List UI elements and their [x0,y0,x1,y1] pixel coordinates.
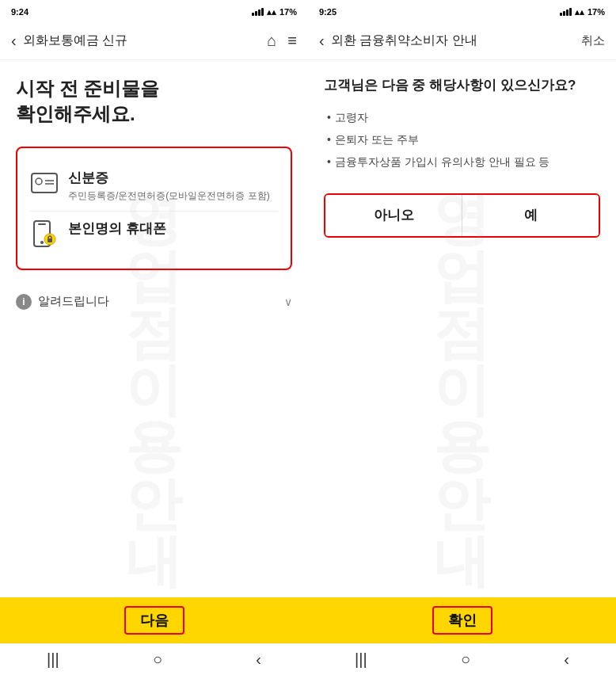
home-btn-left[interactable]: ○ [137,646,178,673]
back-btn-right[interactable]: ‹ [548,646,585,673]
check-item-2: 은퇴자 또는 주부 [327,133,600,147]
status-bar-left: 9:24 ▴▴ 17% [0,0,308,22]
menu-icon-left[interactable]: ≡ [287,32,297,50]
status-bar-right: 9:25 ▴▴ 17% [308,0,616,22]
left-phone: 9:24 ▴▴ 17% ‹ 외화보통예금 신규 ⌂ ≡ 시작 전 준비물을 확인… [0,0,308,675]
svg-rect-6 [38,223,46,225]
answer-row: 아니오 예 [324,193,600,238]
battery-left: 17% [279,7,297,17]
nav-header-right: ‹ 외환 금융취약소비자 안내 취소 [308,22,616,60]
answer-no-btn[interactable]: 아니오 [325,195,462,236]
items-box: 신분증 주민등록증/운전면허증(모바일운전면허증 포함) [16,147,292,270]
check-item-1: 고령자 [327,111,600,125]
id-card-text: 신분증 주민등록증/운전면허증(모바일운전면허증 포함) [68,169,270,203]
phone-icon [30,219,59,248]
time-right: 9:25 [319,7,337,17]
id-card-label: 신분증 [68,169,270,187]
main-title: 시작 전 준비물을 확인해주세요. [16,76,292,128]
nav-bar-left: ||| ○ ‹ [0,643,308,675]
nav-title-right: 외환 금융취약소비자 안내 [331,32,581,49]
back-button-right[interactable]: ‹ [319,32,325,50]
id-card-item: 신분증 주민등록증/운전면허증(모바일운전면허증 포함) [30,161,278,212]
screen-content-left: 시작 전 준비물을 확인해주세요. 신분증 주민등록증/운전면허증(모바일운전면… [0,60,308,597]
back-button-left[interactable]: ‹ [11,32,17,50]
time-left: 9:24 [11,7,29,17]
id-card-icon [30,169,59,197]
back-btn-left[interactable]: ‹ [240,646,277,673]
right-phone: 9:25 ▴▴ 17% ‹ 외환 금융취약소비자 안내 취소 고객님은 다음 중… [308,0,616,675]
cancel-button[interactable]: 취소 [581,33,605,48]
bottom-btn-right[interactable]: 확인 [308,597,616,643]
notice-chevron: ∨ [284,296,292,308]
notice-icon: i [16,294,32,310]
battery-right: 17% [587,7,605,17]
question-title: 고객님은 다음 중 해당사항이 있으신가요? [324,76,600,95]
phone-item: 본인명의 휴대폰 [30,212,278,256]
signal-icon-right [560,8,572,16]
bottom-btn-inner-left: 다음 [124,606,184,635]
svg-rect-8 [48,238,52,242]
wifi-icon-left: ▴▴ [267,7,276,17]
nav-title-left: 외화보통예금 신규 [23,32,268,49]
home-btn-right[interactable]: ○ [445,646,486,673]
answer-yes-btn[interactable]: 예 [462,195,599,236]
check-item-3: 금융투자상품 가입시 유의사항 안내 필요 등 [327,155,600,170]
phone-label: 본인명의 휴대폰 [68,219,166,238]
answer-no-label: 아니오 [374,206,414,224]
bottom-btn-label-right: 확인 [448,612,477,628]
svg-point-5 [40,241,44,244]
svg-point-1 [36,178,42,185]
bottom-btn-inner-right: 확인 [432,606,492,635]
check-list: 고령자 은퇴자 또는 주부 금융투자상품 가입시 유의사항 안내 필요 등 [324,111,600,170]
answer-yes-label: 예 [524,206,538,224]
nav-bar-right: ||| ○ ‹ [308,643,616,675]
notice-label: 알려드립니다 [38,294,278,309]
nav-header-left: ‹ 외화보통예금 신규 ⌂ ≡ [0,22,308,60]
recent-apps-btn-left[interactable]: ||| [31,646,75,673]
notice-row[interactable]: i 알려드립니다 ∨ [16,286,292,318]
wifi-icon-right: ▴▴ [575,7,584,17]
screen-content-right: 고객님은 다음 중 해당사항이 있으신가요? 고령자 은퇴자 또는 주부 금융투… [308,60,616,597]
status-right-right: ▴▴ 17% [560,7,605,17]
phone-text: 본인명의 휴대폰 [68,219,166,240]
home-icon-left[interactable]: ⌂ [267,32,276,50]
status-right-left: ▴▴ 17% [252,7,297,17]
bottom-btn-label-left: 다음 [140,612,169,628]
bottom-btn-left[interactable]: 다음 [0,597,308,643]
recent-apps-btn-right[interactable]: ||| [339,646,383,673]
signal-icon-left [252,8,264,16]
nav-icons-left: ⌂ ≡ [267,32,297,50]
id-card-desc: 주민등록증/운전면허증(모바일운전면허증 포함) [68,189,270,203]
